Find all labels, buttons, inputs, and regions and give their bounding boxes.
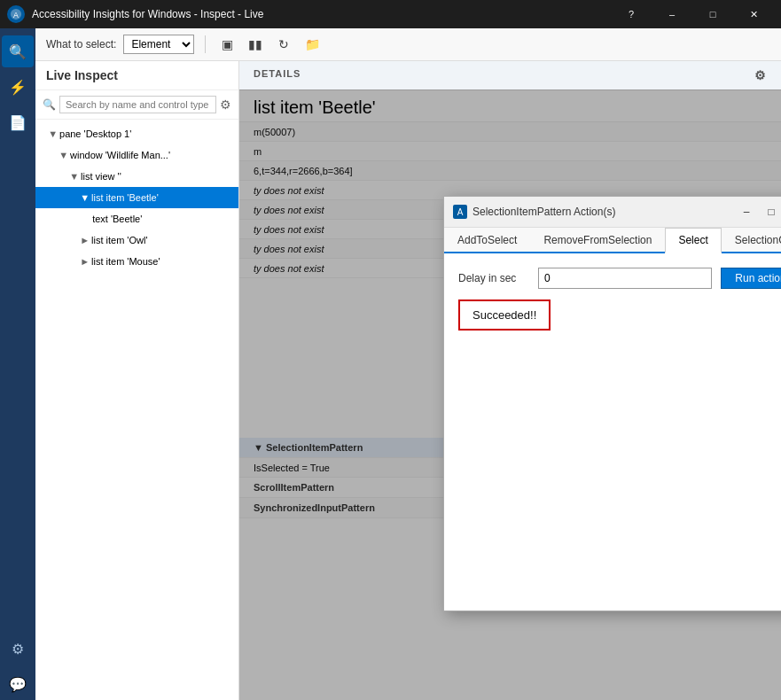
modal-body: Delay in sec Run action Succeeded!! <box>444 253 781 611</box>
left-panel: Live Inspect 🔍 ⚙ ▼pane 'Desktop 1' ▼wind… <box>35 61 239 700</box>
modal-spacer <box>458 331 781 596</box>
toolbar: What to select: Element ▣ ▮▮ ↻ 📁 <box>35 28 781 61</box>
folder-icon-btn[interactable]: 📁 <box>301 34 323 55</box>
assessment-icon: 📄 <box>9 114 27 131</box>
tree-area: ▼pane 'Desktop 1' ▼window 'Wildlife Man.… <box>35 120 238 700</box>
search-bar: 🔍 ⚙ <box>35 90 238 120</box>
toolbar-separator <box>205 35 206 53</box>
what-to-select-label: What to select: <box>46 38 116 51</box>
tab-selection-container[interactable]: SelectionContainer <box>722 228 781 252</box>
sidebar-fastpass-btn[interactable]: ⚡ <box>2 71 34 103</box>
inspect-icon: 🔍 <box>9 43 27 60</box>
modal-title-icon: A <box>453 205 467 219</box>
app-icon: A <box>7 5 25 23</box>
window-controls: ? – □ ✕ <box>611 0 774 28</box>
window-title: Accessibility Insights for Windows - Ins… <box>32 8 611 20</box>
sidebar-settings-btn[interactable]: ⚙ <box>2 633 34 665</box>
sidebar-inspect-btn[interactable]: 🔍 <box>2 35 34 67</box>
element-select[interactable]: Element <box>123 35 194 54</box>
tree-item-beetle[interactable]: ▼list item 'Beetle' <box>35 187 238 208</box>
tree-item-desktop[interactable]: ▼pane 'Desktop 1' <box>35 123 238 144</box>
svg-text:A: A <box>13 11 19 19</box>
maximize-button[interactable]: □ <box>692 0 733 28</box>
details-header: DETAILS ⚙ <box>239 61 781 90</box>
modal-tabs: AddToSelect RemoveFromSelection Select S… <box>444 228 781 253</box>
main-panel: Live Inspect 🔍 ⚙ ▼pane 'Desktop 1' ▼wind… <box>35 61 781 700</box>
sidebar-assessment-btn[interactable]: 📄 <box>2 106 34 138</box>
sidebar: 🔍 ⚡ 📄 ⚙ 💬 <box>0 28 35 700</box>
details-header-label: DETAILS <box>254 68 301 79</box>
app-body: 🔍 ⚡ 📄 ⚙ 💬 What to select: Element ▣ ▮▮ ↻… <box>0 28 781 700</box>
help-button[interactable]: ? <box>611 0 652 28</box>
success-message: Succeeded!! <box>458 299 551 331</box>
refresh-icon-btn[interactable]: ↻ <box>273 34 294 55</box>
tab-add-to-select[interactable]: AddToSelect <box>444 228 530 252</box>
search-input[interactable] <box>59 96 216 113</box>
modal-maximize-btn[interactable]: □ <box>761 202 781 222</box>
content-area: What to select: Element ▣ ▮▮ ↻ 📁 Live In… <box>35 28 781 700</box>
selection-item-modal: A SelectionItemPattern Action(s) – □ ✕ A… <box>443 196 781 611</box>
modal-overlay: A SelectionItemPattern Action(s) – □ ✕ A… <box>239 89 781 700</box>
run-action-btn[interactable]: Run action <box>721 268 781 289</box>
tab-select[interactable]: Select <box>665 228 721 253</box>
title-bar: A Accessibility Insights for Windows - I… <box>0 0 781 28</box>
delay-input[interactable] <box>538 268 712 289</box>
settings-icon: ⚙ <box>12 641 24 657</box>
pause-icon-btn[interactable]: ▮▮ <box>245 34 266 55</box>
modal-title-text: SelectionItemPattern Action(s) <box>473 206 731 218</box>
close-button[interactable]: ✕ <box>733 0 774 28</box>
tree-item-owl[interactable]: ►list item 'Owl' <box>35 229 238 251</box>
tree-item-listview[interactable]: ▼list view '' <box>35 166 238 187</box>
svg-text:A: A <box>457 207 464 217</box>
minimize-button[interactable]: – <box>652 0 692 28</box>
delay-label: Delay in sec <box>458 272 529 284</box>
sidebar-feedback-btn[interactable]: 💬 <box>2 668 34 700</box>
modal-minimize-btn[interactable]: – <box>737 202 756 222</box>
tree-item-text-beetle[interactable]: text 'Beetle' <box>35 208 238 229</box>
feedback-icon: 💬 <box>9 676 27 693</box>
delay-row: Delay in sec Run action <box>458 268 781 289</box>
tree-item-window[interactable]: ▼window 'Wildlife Man...' <box>35 144 238 166</box>
tab-remove-from-selection[interactable]: RemoveFromSelection <box>530 228 665 252</box>
fastpass-icon: ⚡ <box>9 79 27 96</box>
tree-settings-icon[interactable]: ⚙ <box>220 97 231 112</box>
modal-titlebar: A SelectionItemPattern Action(s) – □ ✕ <box>444 197 781 228</box>
tree-item-mouse[interactable]: ►list item 'Mouse' <box>35 251 238 272</box>
monitor-icon-btn[interactable]: ▣ <box>216 34 238 55</box>
search-icon: 🔍 <box>43 98 56 111</box>
live-inspect-header: Live Inspect <box>35 61 238 90</box>
details-settings-icon[interactable]: ⚙ <box>754 68 767 82</box>
right-panel: DETAILS ⚙ list item 'Beetle' m(50007) m … <box>239 61 781 700</box>
